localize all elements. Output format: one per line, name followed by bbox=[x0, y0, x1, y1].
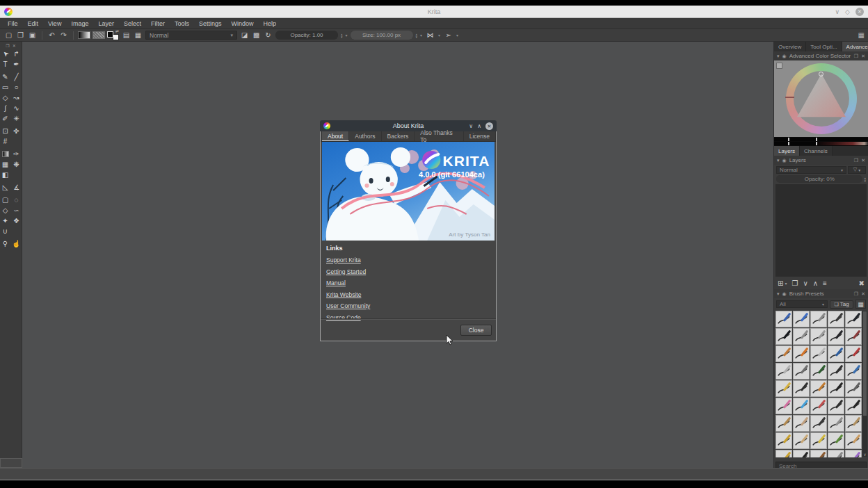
link-user-community[interactable]: User Community bbox=[326, 302, 490, 309]
freehand-brush-tool[interactable]: ✎ bbox=[0, 72, 11, 82]
magnetic-select-tool[interactable]: ∪ bbox=[0, 226, 11, 236]
brush-preset-thumbnail[interactable] bbox=[828, 450, 844, 457]
menu-settings[interactable]: Settings bbox=[194, 20, 227, 27]
move-tool[interactable]: ✜ bbox=[11, 126, 22, 136]
tab-channels[interactable]: Channels bbox=[800, 146, 833, 156]
link-krita-website[interactable]: Krita Website bbox=[326, 291, 490, 298]
zoom-tool[interactable]: ⚲ bbox=[0, 238, 11, 249]
multibrush-tool[interactable]: ✳ bbox=[11, 113, 22, 124]
duplicate-layer-button[interactable]: ❐ bbox=[791, 280, 798, 287]
brush-preset-thumbnail[interactable] bbox=[775, 380, 792, 397]
undo-icon[interactable]: ↶ bbox=[47, 30, 57, 40]
menu-tools[interactable]: Tools bbox=[170, 20, 194, 27]
dialog-close-icon[interactable]: ✕ bbox=[485, 122, 493, 130]
brush-preset-thumbnail[interactable] bbox=[845, 345, 862, 362]
link-support-krita[interactable]: Support Krita bbox=[326, 257, 490, 263]
layer-filter-button[interactable]: ▽ ▾ bbox=[848, 166, 866, 174]
dialog-tab-authors[interactable]: Authors bbox=[349, 131, 381, 141]
freehand-select-tool[interactable]: ∽ bbox=[11, 205, 22, 215]
bezier-select-tool[interactable]: ❖ bbox=[11, 215, 22, 226]
menu-select[interactable]: Select bbox=[119, 20, 146, 27]
chevron-down-icon[interactable]: ▾ bbox=[456, 33, 458, 38]
brush-preset-thumbnail[interactable] bbox=[775, 415, 792, 432]
close-button[interactable]: Close bbox=[460, 325, 492, 336]
fg-bg-color-swatch[interactable]: ⇄ bbox=[107, 30, 119, 40]
menu-layer[interactable]: Layer bbox=[93, 20, 119, 27]
opacity-spinner[interactable]: ▴▾ bbox=[341, 33, 343, 38]
brush-preset-thumbnail[interactable] bbox=[775, 398, 792, 414]
brush-preset-thumbnail[interactable] bbox=[828, 432, 844, 449]
brush-preset-thumbnail[interactable] bbox=[828, 380, 844, 397]
menu-file[interactable]: File bbox=[3, 20, 23, 27]
brush-preset-thumbnail[interactable] bbox=[810, 415, 827, 432]
collapse-docker-icon[interactable]: ▾ bbox=[777, 54, 780, 59]
color-slider-bar[interactable] bbox=[774, 138, 868, 141]
brush-preset-thumbnail[interactable] bbox=[810, 398, 827, 414]
brush-preset-thumbnail[interactable] bbox=[828, 415, 844, 432]
slider-handle[interactable] bbox=[788, 138, 789, 141]
brush-editor-icon[interactable]: ▤ bbox=[121, 30, 131, 40]
brush-preset-thumbnail[interactable] bbox=[793, 328, 810, 345]
brush-preset-thumbnail[interactable] bbox=[810, 363, 827, 380]
dialog-shade-up-icon[interactable]: ∧ bbox=[477, 123, 481, 129]
brush-preset-thumbnail[interactable] bbox=[775, 328, 792, 345]
brush-preset-thumbnail[interactable] bbox=[793, 415, 810, 432]
scrollbar-thumb[interactable] bbox=[863, 311, 867, 416]
brush-preset-thumbnail[interactable] bbox=[845, 380, 862, 397]
brush-preset-thumbnail[interactable] bbox=[793, 398, 810, 414]
brush-grid-scrollbar[interactable]: ∨ bbox=[862, 311, 867, 457]
ellipse-tool[interactable]: ○ bbox=[11, 82, 22, 92]
rectangle-tool[interactable]: ▭ bbox=[0, 82, 11, 92]
scrollbar-down-icon[interactable]: ∨ bbox=[862, 452, 867, 457]
size-spinner[interactable]: ▴▾ bbox=[416, 33, 418, 38]
brush-preset-thumbnail[interactable] bbox=[810, 345, 827, 362]
bezier-curve-tool[interactable]: ∫ bbox=[0, 103, 11, 113]
move-layer-up-button[interactable]: ∧ bbox=[813, 280, 818, 287]
line-tool[interactable]: ╱ bbox=[11, 72, 22, 82]
pattern-chooser[interactable] bbox=[93, 31, 105, 39]
close-docker-icon[interactable]: ✕ bbox=[861, 291, 865, 297]
brush-preset-thumbnail[interactable] bbox=[793, 380, 810, 397]
brush-preset-thumbnail[interactable] bbox=[793, 345, 810, 362]
float-docker-icon[interactable]: ❐ bbox=[854, 291, 858, 297]
brush-preset-thumbnail[interactable] bbox=[845, 398, 862, 414]
menu-view[interactable]: View bbox=[43, 20, 66, 27]
layer-blend-mode-dropdown[interactable]: Normal ▾ bbox=[776, 166, 846, 174]
chevron-down-icon[interactable]: ▾ bbox=[438, 33, 440, 38]
chevron-down-icon[interactable]: ▾ bbox=[346, 33, 348, 38]
docker-pin-icon[interactable]: ◉ bbox=[782, 158, 787, 163]
menu-edit[interactable]: Edit bbox=[23, 20, 44, 27]
link-manual[interactable]: Manual bbox=[326, 279, 490, 286]
transform-tool[interactable]: ⊡ bbox=[0, 126, 11, 136]
menu-filter[interactable]: Filter bbox=[146, 20, 170, 27]
blend-mode-dropdown[interactable]: Normal ▾ bbox=[145, 31, 237, 40]
polyline-tool[interactable]: ↝ bbox=[11, 92, 22, 103]
brush-preset-thumbnail[interactable] bbox=[828, 311, 844, 327]
brush-preset-thumbnail[interactable] bbox=[775, 432, 792, 449]
brush-preset-thumbnail[interactable] bbox=[810, 311, 827, 327]
brush-preset-thumbnail[interactable] bbox=[793, 311, 810, 327]
presets-view-mode-button[interactable]: ▦ bbox=[855, 300, 866, 309]
brush-preset-thumbnail[interactable] bbox=[793, 450, 810, 457]
slider-handle[interactable] bbox=[788, 142, 789, 145]
slider-handle[interactable] bbox=[816, 142, 817, 145]
add-layer-dropdown[interactable]: ▾ bbox=[785, 282, 787, 286]
menu-help[interactable]: Help bbox=[259, 20, 282, 27]
brush-presets-icon[interactable]: ▦ bbox=[133, 30, 143, 40]
chevron-down-icon[interactable]: ▾ bbox=[420, 33, 422, 38]
reload-preset-icon[interactable]: ↻ bbox=[263, 30, 273, 40]
wrap-around-icon[interactable]: ➢ bbox=[443, 30, 453, 40]
close-docker-icon[interactable]: ✕ bbox=[13, 43, 16, 48]
preserve-alpha-icon[interactable]: ▩ bbox=[251, 30, 262, 40]
crop-tool[interactable]: # bbox=[0, 136, 11, 147]
brush-preset-thumbnail[interactable] bbox=[810, 432, 827, 449]
open-document-icon[interactable]: ❐ bbox=[15, 30, 26, 40]
brush-tag-filter-dropdown[interactable]: All ▾ bbox=[776, 300, 828, 308]
docker-tab-overview[interactable]: Overview bbox=[774, 42, 806, 51]
delete-layer-button[interactable]: ✖ bbox=[859, 280, 865, 287]
docker-pin-icon[interactable]: ◉ bbox=[782, 291, 787, 297]
dialog-tab-license[interactable]: License bbox=[464, 131, 496, 141]
toolbar-overflow-icon[interactable]: ▦ bbox=[858, 31, 865, 39]
slider-handle[interactable] bbox=[816, 138, 817, 141]
layer-opacity-slider[interactable]: Opacity: 0% bbox=[776, 175, 862, 183]
